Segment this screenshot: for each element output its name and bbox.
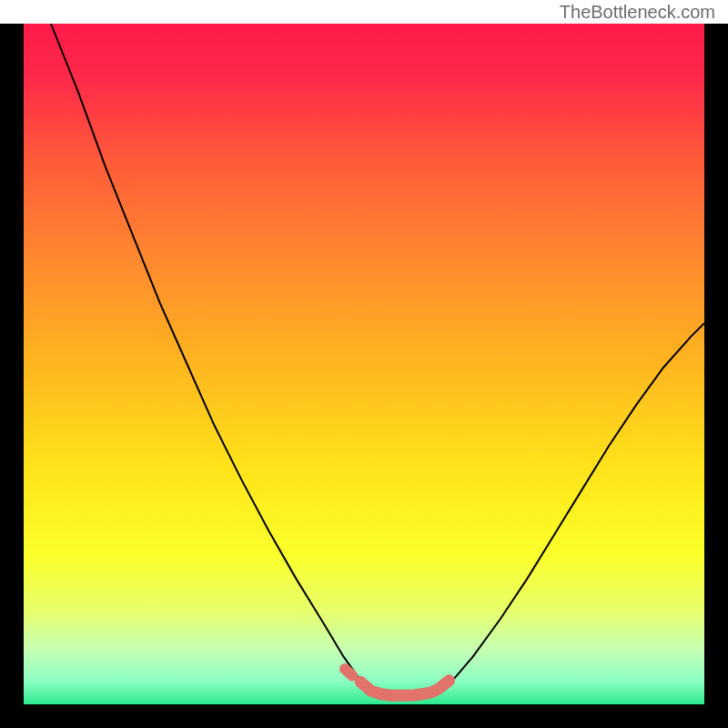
gradient-background	[24, 24, 704, 704]
watermark-bar: TheBottleneck.com	[0, 0, 728, 24]
gradient-chart	[24, 24, 704, 704]
series-bottom-highlight-dot-left	[345, 669, 352, 675]
outer-frame: TheBottleneck.com	[0, 0, 728, 728]
chart-panel	[24, 24, 704, 704]
watermark-text: TheBottleneck.com	[560, 2, 715, 22]
